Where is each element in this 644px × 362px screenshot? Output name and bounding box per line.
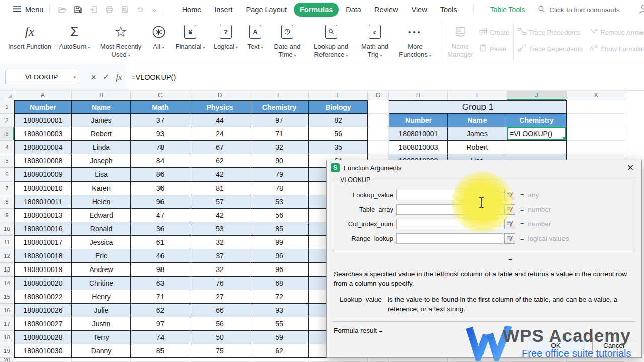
- cell-c6[interactable]: 86: [131, 168, 190, 182]
- cell-b5[interactable]: Joseph: [72, 154, 131, 168]
- row-header-16[interactable]: 16: [0, 304, 14, 317]
- cell-d5[interactable]: 62: [190, 154, 250, 168]
- cell-c15[interactable]: 71: [131, 290, 190, 304]
- cell-c18[interactable]: 74: [131, 331, 190, 344]
- row-header-10[interactable]: 10: [0, 222, 14, 236]
- cell-a11[interactable]: 1808010017: [14, 236, 72, 249]
- column-header-i[interactable]: I: [448, 90, 507, 100]
- ribbon-name-manager[interactable]: Name Manager: [444, 22, 476, 64]
- cell-c10[interactable]: 36: [131, 222, 190, 236]
- row-header-11[interactable]: 11: [0, 236, 14, 249]
- cancel-entry-icon[interactable]: ×: [91, 72, 96, 83]
- field-input-col-index-num[interactable]: [396, 219, 503, 229]
- cell-d3[interactable]: 24: [190, 127, 250, 141]
- cell-d16[interactable]: 66: [190, 304, 250, 317]
- cell-d8[interactable]: 57: [190, 195, 250, 209]
- user-avatar-icon[interactable]: [638, 3, 644, 17]
- range-picker-button[interactable]: [504, 190, 515, 200]
- cell-e7[interactable]: 78: [250, 182, 309, 195]
- cell-g1[interactable]: [368, 100, 389, 114]
- cell-g20[interactable]: [368, 358, 389, 362]
- cell-b4[interactable]: Linda: [72, 141, 131, 154]
- search-input[interactable]: [549, 6, 637, 14]
- select-all-corner[interactable]: [0, 90, 14, 100]
- cell-a9[interactable]: 1808010013: [14, 209, 72, 222]
- cell-c11[interactable]: 61: [131, 236, 190, 249]
- cell-b13[interactable]: Andrew: [72, 263, 131, 277]
- field-input-lookup-value[interactable]: [396, 190, 503, 200]
- cell-i2[interactable]: Name: [448, 114, 507, 127]
- cell-e16[interactable]: 93: [250, 304, 309, 317]
- column-header-a[interactable]: A: [14, 90, 72, 100]
- cell-j2[interactable]: Chemistry: [507, 114, 567, 127]
- cell-b7[interactable]: Karen: [72, 182, 131, 195]
- cell-c8[interactable]: 96: [131, 195, 190, 209]
- cell-b6[interactable]: Lisa: [72, 168, 131, 182]
- ribbon-show-formulas[interactable]: fxShow Formulas: [590, 44, 644, 53]
- cell-c17[interactable]: 97: [131, 317, 190, 331]
- cell-a4[interactable]: 1808010004: [14, 141, 72, 154]
- cell-g4[interactable]: [368, 141, 389, 154]
- cell-i4[interactable]: Robert: [448, 141, 507, 154]
- cell-a6[interactable]: 1808010009: [14, 168, 72, 182]
- cell-b17[interactable]: Justin: [72, 317, 131, 331]
- cell-a5[interactable]: 1808010008: [14, 154, 72, 168]
- cell-b10[interactable]: Ronald: [72, 222, 131, 236]
- column-header-k[interactable]: K: [567, 90, 626, 100]
- field-input-table-array[interactable]: [396, 204, 503, 215]
- row-header-9[interactable]: 9: [0, 209, 14, 222]
- more-chevrons-icon[interactable]: »: [152, 6, 156, 14]
- cell-j4[interactable]: [507, 141, 567, 154]
- column-header-h[interactable]: H: [389, 90, 448, 100]
- tab-insert[interactable]: Insert: [208, 3, 238, 17]
- chevron-down-icon[interactable]: ▾: [73, 75, 76, 80]
- cell-e5[interactable]: 90: [250, 154, 309, 168]
- ribbon-logical[interactable]: ?Logical▾: [209, 22, 243, 64]
- column-header-j[interactable]: J: [507, 90, 567, 100]
- ribbon-trace-dependents[interactable]: Trace Dependents: [518, 44, 582, 53]
- cell-e17[interactable]: 55: [250, 317, 309, 331]
- ribbon-remove-arrows[interactable]: Remove Arrows: [590, 28, 644, 37]
- column-header-d[interactable]: D: [190, 90, 250, 100]
- cell-b14[interactable]: Chritine: [72, 277, 131, 290]
- cell-a1[interactable]: Number: [14, 100, 72, 114]
- export-icon[interactable]: [90, 6, 98, 14]
- cell-e9[interactable]: 56: [250, 209, 309, 222]
- print-icon[interactable]: [105, 6, 113, 14]
- ribbon-math-and-trig[interactable]: eMath and Trig▾: [355, 22, 394, 64]
- cell-d12[interactable]: 37: [190, 249, 250, 263]
- cell-d17[interactable]: 56: [190, 317, 250, 331]
- cell-b19[interactable]: Danny: [72, 344, 131, 358]
- ribbon-more-functions[interactable]: •••More Functions▾: [394, 22, 436, 64]
- cell-f2[interactable]: 82: [309, 114, 368, 127]
- cell-f20[interactable]: [309, 358, 368, 362]
- cell-d14[interactable]: 76: [190, 277, 250, 290]
- cell-k3[interactable]: [567, 127, 626, 141]
- cell-e6[interactable]: 79: [250, 168, 309, 182]
- cell-e10[interactable]: 85: [250, 222, 309, 236]
- cell-d6[interactable]: 42: [190, 168, 250, 182]
- cell-b2[interactable]: James: [72, 114, 131, 127]
- cell-e1[interactable]: Chemistry: [250, 100, 309, 114]
- cell-a19[interactable]: 1808010030: [14, 344, 72, 358]
- cell-e12[interactable]: 96: [250, 249, 309, 263]
- row-header-19[interactable]: 19: [0, 344, 14, 358]
- tab-table-tools[interactable]: Table Tools: [490, 6, 525, 14]
- cell-d1[interactable]: Physics: [190, 100, 250, 114]
- cell-a7[interactable]: 1808010010: [14, 182, 72, 195]
- cell-d7[interactable]: 81: [190, 182, 250, 195]
- save-icon[interactable]: [74, 6, 82, 14]
- cell-e8[interactable]: 53: [250, 195, 309, 209]
- cell-b8[interactable]: Helen: [72, 195, 131, 209]
- column-header-b[interactable]: B: [72, 90, 131, 100]
- cell-a12[interactable]: 1808010018: [14, 249, 72, 263]
- cell-e19[interactable]: 62: [250, 344, 309, 358]
- ribbon-trace-precedents[interactable]: Trace Precedents: [518, 28, 582, 37]
- row-header-14[interactable]: 14: [0, 277, 14, 290]
- ribbon-financial[interactable]: ¥Financial▾: [171, 22, 209, 64]
- ribbon-autosum[interactable]: ΣAutoSum▾: [53, 22, 96, 64]
- row-header-12[interactable]: 12: [0, 249, 14, 263]
- undo-icon[interactable]: [136, 6, 144, 14]
- cell-i3[interactable]: James: [448, 127, 507, 141]
- cell-c14[interactable]: 63: [131, 277, 190, 290]
